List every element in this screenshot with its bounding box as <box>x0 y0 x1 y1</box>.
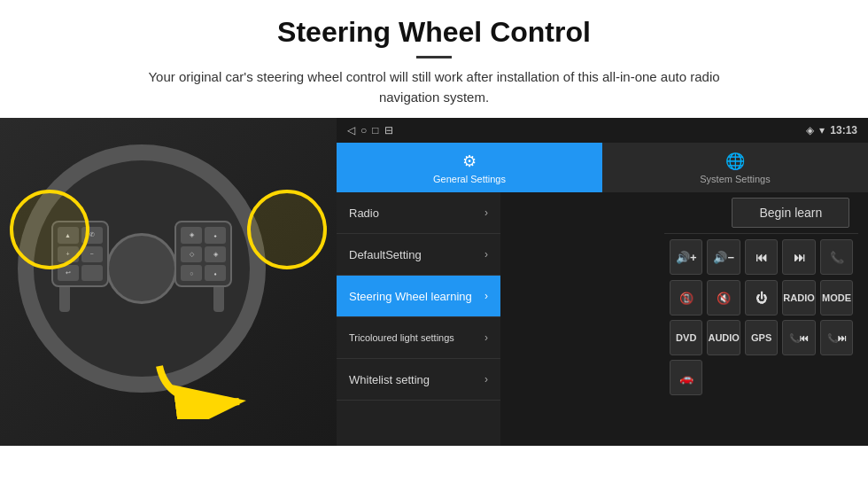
tab-system[interactable]: 🌐 System Settings <box>602 143 868 192</box>
chevron-icon: › <box>484 331 488 344</box>
phone-button[interactable]: 📞 <box>820 239 853 275</box>
wheel-btn-r4: ◈ <box>205 246 226 262</box>
settings-icon: ⚙ <box>462 152 477 171</box>
car-icon: 🚗 <box>679 371 694 385</box>
title-divider <box>416 56 452 58</box>
arrow-container <box>151 348 257 419</box>
begin-learn-row: Begin learn <box>664 192 858 234</box>
tab-general-label: General Settings <box>433 174 506 184</box>
tab-bar: ⚙ General Settings 🌐 System Settings <box>337 143 868 192</box>
power-icon: ⏻ <box>756 292 767 305</box>
tab-general[interactable]: ⚙ General Settings <box>337 143 602 192</box>
headunit-section: ◁ ○ □ ⊟ ◈ ▾ 13:13 ⚙ General Settings 🌐 S… <box>337 118 868 446</box>
next-track-button[interactable]: ⏭ <box>782 239 815 275</box>
hang-up-icon: 📵 <box>679 292 694 305</box>
main-content: Radio › DefaultSetting › Steering Wheel … <box>337 192 868 446</box>
vol-down-button[interactable]: 🔊− <box>707 239 740 275</box>
steering-wheel-section: ▲ ✆ + − ↩ ◈ ⬥ ◇ ◈ ○ ⬧ <box>0 118 337 446</box>
location-icon: ◈ <box>806 124 814 136</box>
recents-icon[interactable]: □ <box>372 124 378 136</box>
status-right: ◈ ▾ 13:13 <box>806 124 857 136</box>
content-area: ▲ ✆ + − ↩ ◈ ⬥ ◇ ◈ ○ ⬧ <box>0 118 868 446</box>
status-time: 13:13 <box>830 124 857 136</box>
gps-button[interactable]: GPS <box>745 320 778 355</box>
prev-track-button[interactable]: ⏮ <box>745 239 778 275</box>
chevron-icon: › <box>484 248 488 261</box>
menu-icon[interactable]: ⊟ <box>384 124 393 136</box>
phone-prev-icon: 📞⏮ <box>789 333 809 343</box>
controls-row-3: DVD AUDIO GPS 📞⏮ 📞⏭ <box>664 320 858 355</box>
btn-cluster-right: ◈ ⬥ ◇ ◈ ○ ⬧ <box>174 221 232 287</box>
back-icon[interactable]: ◁ <box>347 124 355 136</box>
hang-up-button[interactable]: 📵 <box>670 280 702 316</box>
chevron-icon: › <box>484 373 488 386</box>
tab-system-label: System Settings <box>700 174 770 184</box>
next-track-icon: ⏭ <box>794 251 805 264</box>
right-panel: Begin learn 🔊+ 🔊− ⏮ ⏭ <box>664 192 858 446</box>
begin-learn-button[interactable]: Begin learn <box>732 198 849 228</box>
menu-item-tricoloured-label: Tricoloured light settings <box>349 331 454 344</box>
wheel-btn-r5: ○ <box>181 265 202 281</box>
controls-row-4: 🚗 <box>664 360 858 395</box>
menu-item-whitelist[interactable]: Whitelist setting › <box>337 359 500 401</box>
phone-icon: 📞 <box>830 251 844 264</box>
phone-prev-button[interactable]: 📞⏮ <box>782 320 815 355</box>
controls-row-1: 🔊+ 🔊− ⏮ ⏭ 📞 <box>664 234 858 280</box>
radio-label: RADIO <box>783 292 814 303</box>
arrow-icon <box>151 348 257 419</box>
mode-label: MODE <box>822 292 851 303</box>
wheel-center <box>106 233 177 304</box>
phone-next-icon: 📞⏭ <box>827 333 847 343</box>
menu-list: Radio › DefaultSetting › Steering Wheel … <box>337 192 500 446</box>
mute-icon: 🔇 <box>717 292 731 305</box>
prev-track-icon: ⏮ <box>756 251 767 264</box>
menu-item-whitelist-label: Whitelist setting <box>349 373 430 386</box>
subtitle: Your original car's steering wheel contr… <box>124 67 744 107</box>
radio-text-button[interactable]: RADIO <box>782 280 815 316</box>
menu-item-steering-label: Steering Wheel learning <box>349 290 472 303</box>
chevron-icon: › <box>484 290 488 302</box>
home-icon[interactable]: ○ <box>360 124 367 136</box>
gps-label: GPS <box>751 332 771 343</box>
power-button[interactable]: ⏻ <box>745 280 778 316</box>
menu-item-tricoloured[interactable]: Tricoloured light settings › <box>337 317 500 359</box>
audio-button[interactable]: AUDIO <box>707 320 740 355</box>
wheel-btn-6 <box>81 265 103 281</box>
menu-item-radio[interactable]: Radio › <box>337 192 500 234</box>
wifi-icon: ▾ <box>819 124 825 136</box>
menu-item-steering[interactable]: Steering Wheel learning › <box>337 276 500 317</box>
wheel-btn-r2: ⬥ <box>205 227 226 243</box>
menu-item-default[interactable]: DefaultSetting › <box>337 234 500 276</box>
wheel-btn-r3: ◇ <box>181 246 202 262</box>
vol-down-icon: 🔊− <box>713 251 734 264</box>
highlight-circle-right <box>247 190 327 269</box>
mode-button[interactable]: MODE <box>820 280 853 316</box>
system-icon: 🌐 <box>725 152 745 171</box>
menu-item-radio-label: Radio <box>349 206 379 220</box>
mute-button[interactable]: 🔇 <box>707 280 740 316</box>
dvd-label: DVD <box>676 332 696 343</box>
controls-row-2: 📵 🔇 ⏻ RADIO MODE <box>664 280 858 316</box>
vol-up-button[interactable]: 🔊+ <box>670 239 702 275</box>
nav-icons: ◁ ○ □ ⊟ <box>347 124 393 136</box>
dvd-button[interactable]: DVD <box>670 320 702 355</box>
wheel-btn-r1: ◈ <box>181 227 202 243</box>
phone-next-button[interactable]: 📞⏭ <box>820 320 853 355</box>
status-bar: ◁ ○ □ ⊟ ◈ ▾ 13:13 <box>337 118 868 143</box>
page-title: Steering Wheel Control <box>0 0 868 49</box>
menu-item-default-label: DefaultSetting <box>349 248 422 261</box>
car-icon-button[interactable]: 🚗 <box>670 360 702 395</box>
vol-up-icon: 🔊+ <box>676 251 697 264</box>
wheel-btn-r6: ⬧ <box>205 265 226 281</box>
chevron-icon: › <box>484 206 488 219</box>
audio-label: AUDIO <box>708 332 739 343</box>
